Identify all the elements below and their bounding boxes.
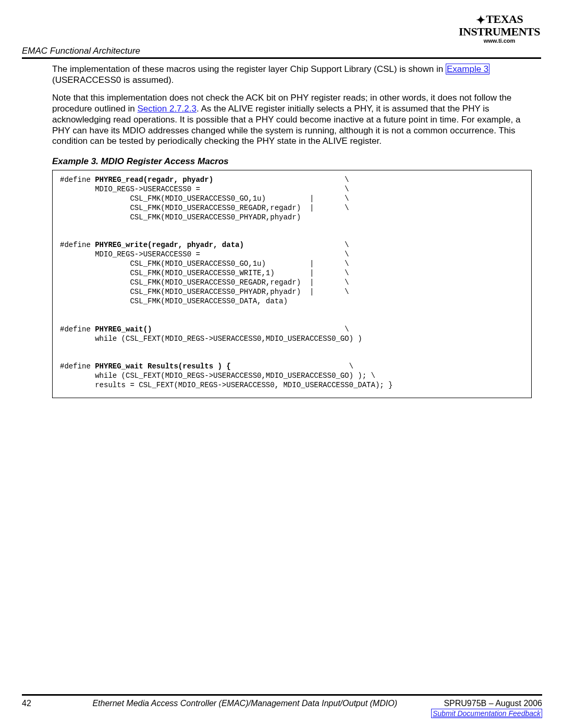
code-line: CSL_FMK(MDIO_USERACCESS0_DATA, data) (60, 297, 288, 305)
code-token: #define (60, 176, 95, 184)
code-line: CSL_FMK(MDIO_USERACCESS0_GO,1u) | \ (60, 260, 349, 268)
code-token: \ (152, 325, 349, 334)
page: ✦TEXAS INSTRUMENTS www.ti.com EMAC Funct… (0, 0, 563, 728)
footer-doc-title: Ethernet Media Access Controller (EMAC)/… (92, 699, 397, 708)
code-macro-name: PHYREG_wait Results(results ) { (95, 362, 230, 371)
code-line: MDIO_REGS->USERACCESS0 = \ (60, 185, 349, 193)
code-token: #define (60, 362, 95, 371)
page-number: 42 (22, 699, 46, 708)
section-rule (22, 57, 541, 59)
code-token: \ (231, 362, 353, 371)
code-macro-name: PHYREG_write(regadr, phyadr, data) (95, 241, 244, 249)
code-token: \ (213, 176, 349, 184)
ti-logo: ✦TEXAS INSTRUMENTS www.ti.com (457, 14, 542, 44)
logo-texas: TEXAS (486, 13, 523, 26)
link-example3[interactable]: Example 3 (446, 64, 489, 75)
code-line: CSL_FMK(MDIO_USERACCESS0_PHYADR,phyadr) … (60, 288, 349, 296)
code-example: #define PHYREG_read(regadr, phyadr) \ MD… (52, 170, 532, 398)
code-line: MDIO_REGS->USERACCESS0 = \ (60, 250, 349, 258)
code-line: CSL_FMK(MDIO_USERACCESS0_GO,1u) | \ (60, 194, 349, 203)
code-line: CSL_FMK(MDIO_USERACCESS0_WRITE,1) | \ (60, 269, 349, 277)
code-line: CSL_FMK(MDIO_USERACCESS0_PHYADR,phyadr) (60, 213, 301, 221)
submit-feedback-link[interactable]: Submit Documentation Feedback (431, 709, 542, 718)
body-text: The implementation of these macros using… (52, 64, 524, 147)
code-token: \ (244, 241, 349, 249)
code-line: while (CSL_FEXT(MDIO_REGS->USERACCESS0,M… (60, 372, 375, 380)
para1-b: (USERACCESS0 is assumed). (52, 75, 174, 85)
code-token: #define (60, 325, 95, 334)
example-title: Example 3. MDIO Register Access Macros (52, 156, 541, 167)
ti-chip-icon: ✦ (476, 15, 485, 26)
code-line: CSL_FMK(MDIO_USERACCESS0_REGADR,regadr) … (60, 204, 349, 212)
logo-instruments: INSTRUMENTS (459, 25, 540, 38)
code-line: while (CSL_FEXT(MDIO_REGS->USERACCESS0,M… (60, 335, 362, 343)
logo-url[interactable]: www.ti.com (457, 38, 542, 44)
footer-doc-id: SPRU975B – August 2006 (444, 699, 542, 708)
code-line: CSL_FMK(MDIO_USERACCESS0_REGADR,regadr) … (60, 278, 349, 287)
para1-a: The implementation of these macros using… (52, 64, 446, 74)
link-section-2-7-2-3[interactable]: Section 2.7.2.3 (138, 104, 197, 114)
footer: 42 Ethernet Media Access Controller (EMA… (22, 699, 542, 718)
section-title: EMAC Functional Architecture (22, 46, 541, 57)
code-token: #define (60, 241, 95, 249)
footer-rule (22, 694, 542, 696)
code-macro-name: PHYREG_read(regadr, phyadr) (95, 176, 213, 184)
code-line: results = CSL_FEXT(MDIO_REGS->USERACCESS… (60, 381, 393, 389)
code-macro-name: PHYREG_wait() (95, 325, 152, 334)
